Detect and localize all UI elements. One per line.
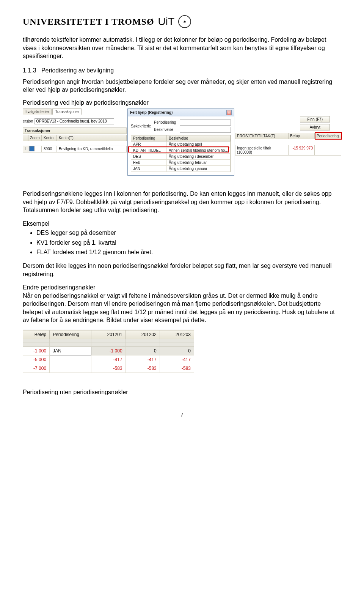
avbryt-button[interactable]: Avbryt	[300, 124, 330, 130]
cell-belop[interactable]: -5 000	[23, 355, 50, 364]
periodisering-input[interactable]	[180, 119, 231, 126]
th-201202[interactable]: 201202	[126, 330, 160, 339]
cell-201203[interactable]: -417	[160, 355, 194, 364]
cell-201203[interactable]: -583	[160, 364, 194, 373]
section-heading: 1.1.3 Periodisering av bevilgning	[23, 67, 341, 74]
tab-utvalgskriterier[interactable]: Itvalgskriterier	[23, 108, 52, 115]
endre-heading: Endre periodiseringsnøkler	[23, 284, 95, 291]
eksempel-label: Eksempel	[23, 220, 341, 228]
screenshot-felthjelp: Itvalgskriterier Transaksjoner ersjon Tr…	[23, 108, 341, 181]
cell-periodisering[interactable]: JAN	[50, 347, 91, 355]
sokekriterie-label: Søkekriterie	[131, 124, 152, 128]
university-name: UNIVERSITETET I TROMSØ	[23, 17, 154, 27]
periodisering-label: Periodisering	[154, 120, 178, 124]
th-blank	[23, 135, 28, 141]
bullet-item: FLAT fordeles med 1/12 gjennom hele året…	[36, 248, 341, 256]
row-handle[interactable]: I	[23, 146, 28, 152]
cell-belop[interactable]: -7 000	[23, 364, 50, 373]
th-periodisering[interactable]: Periodisering	[315, 133, 341, 139]
grid-cell[interactable]: JAN	[131, 166, 167, 172]
finn-button[interactable]: Finn (F7)	[300, 116, 330, 123]
paragraph-4: Periodiseringsnøklene legges inn i kolon…	[23, 190, 341, 214]
th-belop[interactable]: Beløp	[288, 133, 315, 139]
cell-201201[interactable]: -583	[91, 364, 126, 373]
paragraph-8: Periodisering uten periodiseringsnøkler	[23, 388, 341, 396]
table-row[interactable]: -5 000 -417 -417 -417	[23, 355, 194, 364]
cell-201203[interactable]: 0	[160, 347, 194, 355]
section-title: Periodisering av bevilgning	[41, 67, 114, 74]
beskrivelse-input[interactable]	[180, 127, 231, 133]
paragraph-6: Dersom det ikke legges inn noen periodis…	[23, 262, 341, 278]
close-icon[interactable]: ×	[226, 110, 232, 115]
grid-cell[interactable]: Årlig utbetaling i desember	[167, 154, 231, 160]
paragraph-2: Periodiseringen angir hvordan budsjettbe…	[23, 78, 341, 94]
endre-text: Når en periodiseringsnøkkel er valgt vil…	[23, 292, 335, 324]
table-row[interactable]: -1 000 JAN -1 000 0 0	[23, 347, 194, 355]
th-zoom[interactable]: Zoom	[28, 135, 42, 141]
beskrivelse-label: Beskrivelse	[154, 127, 178, 132]
seal-icon: ✶	[178, 15, 191, 28]
th-konto[interactable]: Konto	[42, 135, 57, 141]
table-row[interactable]: -7 000 -583 -583 -583	[23, 364, 194, 373]
grid-cell[interactable]: DES	[131, 154, 167, 160]
grid-h-beskrivelse[interactable]: Beskrivelse	[167, 135, 231, 141]
table-row-spacer	[23, 343, 194, 347]
table-row-spacer	[23, 339, 194, 343]
th-periodisering[interactable]: Periodisering	[50, 330, 91, 339]
cell-201201[interactable]: -417	[91, 355, 126, 364]
grid-cell[interactable]: Årlig utbetaling april	[167, 141, 231, 148]
zoom-cell[interactable]	[28, 146, 42, 152]
cell-201201[interactable]: -1 000	[91, 347, 126, 355]
university-logo: UNIVERSITETET I TROMSØ UiT ✶	[23, 15, 341, 28]
cell-periodisering[interactable]	[50, 364, 91, 373]
cell-201202[interactable]: -583	[126, 364, 160, 373]
grid-cell[interactable]: Årlig utbetaling februar	[167, 160, 231, 166]
prosjekt-cell[interactable]: Ingen spesielle tiltak (100000)	[235, 145, 288, 156]
uit-abbrev: UiT	[158, 16, 175, 28]
page-number: 7	[23, 412, 341, 418]
example-bullets: DES legger seg på desember KV1 fordeler …	[36, 228, 341, 256]
cell-belop[interactable]: -1 000	[23, 347, 50, 355]
grid-cell[interactable]: APR	[131, 141, 167, 148]
grid-cell[interactable]: Annen sentral tildeling utenom ho...	[167, 148, 231, 154]
th-konto-t[interactable]: Konto(T)	[57, 135, 127, 141]
konto-cell[interactable]: 3900	[42, 146, 57, 152]
bullet-item: DES legger seg på desember	[36, 228, 341, 237]
grid-cell[interactable]: Årlig utbetaling i januar	[167, 166, 231, 172]
cell-periodisering[interactable]	[50, 355, 91, 364]
th-belop[interactable]: Beløp	[23, 330, 50, 339]
transaksjoner-header: Transaksjoner	[23, 127, 127, 134]
felthjelp-dialog: Felt hjelp (Registrering) × Søkekriterie…	[127, 108, 234, 176]
belop-cell[interactable]: -15 929 970	[288, 145, 315, 156]
versjon-input[interactable]	[35, 118, 114, 124]
dialog-title: Felt hjelp (Registrering)	[130, 110, 173, 115]
th-prosjekt[interactable]: PROSJEKT/TILTAK(T)	[235, 133, 288, 139]
paragraph-intro: tilhørende tekstfelter kommer automatisk…	[23, 36, 341, 60]
grid-h-periodisering[interactable]: Periodisering	[131, 135, 167, 141]
cell-201202[interactable]: -417	[126, 355, 160, 364]
grid-cell[interactable]: FEB	[131, 160, 167, 166]
zoom-icon	[29, 146, 35, 151]
versjon-label: ersjon	[23, 119, 33, 123]
paragraph-7: Endre periodiseringsnøkler Når en period…	[23, 283, 341, 324]
subheading-periodisering: Periodisering ved hjelp av periodisering…	[23, 99, 341, 106]
section-number: 1.1.3	[23, 67, 36, 74]
th-201203[interactable]: 201203	[160, 330, 194, 339]
konto-t-cell[interactable]: Bevilgning fra KD, rammetildelin	[57, 146, 127, 152]
grid-cell[interactable]: KD_AN_TILDEL	[131, 148, 167, 154]
periodisering-cell[interactable]	[315, 145, 341, 156]
th-201201[interactable]: 201201	[91, 330, 126, 339]
screenshot-periodisering-table: Beløp Periodisering 201201 201202 201203…	[23, 330, 194, 373]
tab-transaksjoner[interactable]: Transaksjoner	[52, 108, 82, 115]
bullet-item: KV1 fordeler seg på 1. kvartal	[36, 238, 341, 247]
cell-201202[interactable]: 0	[126, 347, 160, 355]
